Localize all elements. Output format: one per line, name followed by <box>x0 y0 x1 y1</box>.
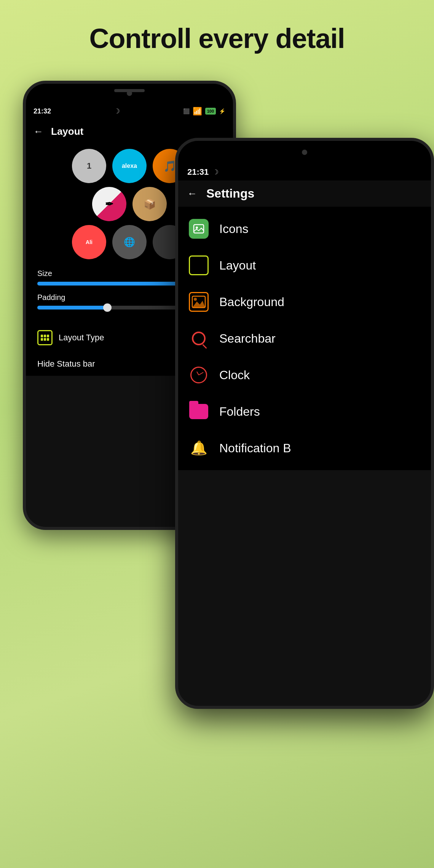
settings-list: Icons Layout <box>178 207 431 470</box>
folder-shape <box>189 404 208 419</box>
photo-icon: ⬛ <box>183 108 190 114</box>
searchbar-row-label: Searchbar <box>219 332 276 346</box>
bolt-icon: ⚡ <box>219 108 225 114</box>
layout-row-label: Layout <box>219 258 256 273</box>
back-arrow-back[interactable]: ← <box>34 126 43 137</box>
wifi-icon: 📶 <box>193 107 202 116</box>
back-arrow-front[interactable]: ← <box>187 188 197 199</box>
settings-row-background[interactable]: Background <box>178 284 431 320</box>
phone-front: 21:31 ☽ ← Settings Icons <box>175 138 434 709</box>
icons-row-icon <box>189 219 209 239</box>
folders-row-label: Folders <box>219 405 260 419</box>
status-bar-front: 21:31 ☽ <box>178 164 431 180</box>
app-icon-1password[interactable]: 1 <box>72 149 106 183</box>
status-time-back: 21:32 <box>34 107 51 115</box>
headline: Controll every detail <box>0 0 434 69</box>
battery-icon: 100 <box>205 108 216 115</box>
clock-row-label: Clock <box>219 368 250 382</box>
toolbar-front: ← Settings <box>178 180 431 207</box>
settings-row-clock[interactable]: Clock <box>178 357 431 393</box>
bell-icon: 🔔 <box>190 440 207 456</box>
settings-row-folders[interactable]: Folders <box>178 393 431 430</box>
clock-row-icon <box>189 365 209 385</box>
clock-hand-long <box>199 372 204 375</box>
icon-row-1: 1 alexa 🎵 <box>72 149 187 183</box>
icons-row-label: Icons <box>219 222 248 236</box>
search-handle <box>202 344 207 349</box>
svg-point-5 <box>194 298 197 301</box>
notch-area-front <box>178 141 431 164</box>
padding-slider-thumb[interactable] <box>103 303 112 312</box>
settings-row-layout[interactable]: Layout <box>178 247 431 284</box>
notification-row-icon: 🔔 <box>189 438 209 458</box>
background-row-icon <box>189 292 209 312</box>
app-icon-aliexpress[interactable]: Ali <box>72 225 106 259</box>
icon-row-3: Ali 🌐 <box>72 225 187 259</box>
clock-circle <box>190 367 207 383</box>
background-row-label: Background <box>219 295 284 309</box>
settings-row-icons[interactable]: Icons <box>178 211 431 247</box>
camera-dot-front <box>302 150 307 155</box>
phones-wrapper: 21:32 ☽ ⬛ 📶 100 ⚡ ← Layout 1 alexa <box>0 69 434 815</box>
app-icon-taska[interactable]: ✒ <box>92 187 126 221</box>
notification-row-label: Notification B <box>219 441 291 455</box>
status-bar-back: 21:32 ☽ ⬛ 📶 100 ⚡ <box>26 103 233 120</box>
svg-point-1 <box>196 227 198 229</box>
app-icon-amazon[interactable]: 📦 <box>132 187 167 221</box>
layout-row-icon <box>189 255 209 275</box>
status-time-front: 21:31 <box>187 167 209 177</box>
icon-row-2: ✒ 📦 <box>92 187 167 221</box>
folder-tab <box>189 401 198 405</box>
search-circle <box>192 332 206 345</box>
status-icons-back: ⬛ 📶 100 ⚡ <box>183 107 225 116</box>
camera-dot <box>127 91 132 96</box>
settings-row-notification[interactable]: 🔔 Notification B <box>178 430 431 466</box>
app-icon-alexa[interactable]: alexa <box>112 149 147 183</box>
notch-bar <box>26 84 233 103</box>
app-icon-google[interactable]: 🌐 <box>112 225 147 259</box>
moon-icon-front: ☽ <box>212 168 219 176</box>
layout-type-label: Layout Type <box>59 333 104 343</box>
padding-slider-fill <box>37 306 107 310</box>
settings-row-searchbar[interactable]: Searchbar <box>178 320 431 357</box>
page-title-back: Layout <box>51 126 83 137</box>
size-slider-fill <box>37 282 181 286</box>
layout-type-icon <box>37 330 53 345</box>
moon-icon: ☽ <box>114 107 120 115</box>
page-title-front: Settings <box>206 187 254 201</box>
folders-row-icon <box>189 402 209 421</box>
searchbar-row-icon <box>189 329 209 348</box>
